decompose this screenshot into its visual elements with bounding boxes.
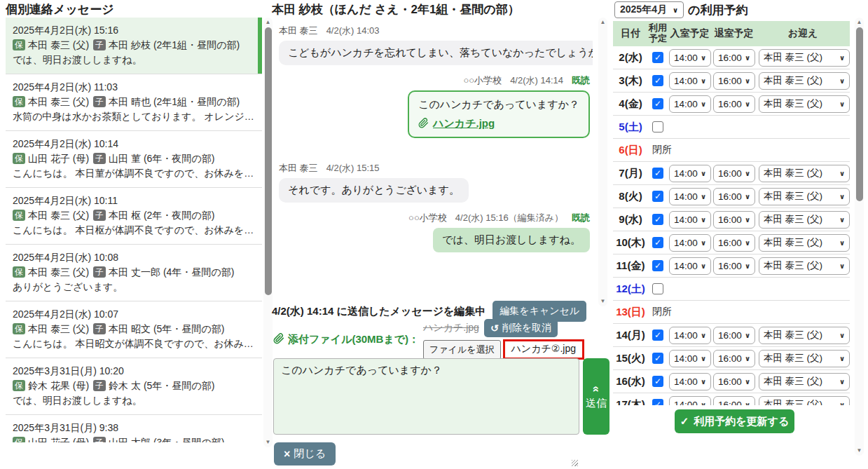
- pickup-select[interactable]: 本田 泰三 (父)∨: [759, 188, 850, 205]
- file-select-button[interactable]: ファイルを選択: [423, 340, 501, 360]
- check-icon: ✓: [654, 261, 661, 270]
- chevron-down-icon: ∨: [701, 378, 706, 386]
- scrollbar-thumb[interactable]: [856, 27, 863, 201]
- scroll-up-icon[interactable]: ▲: [598, 19, 607, 26]
- child-name: 山田 太郎 (3年・昼間の部): [109, 437, 224, 442]
- entry-time-select[interactable]: 14:00∨: [669, 234, 711, 252]
- reservation-row: 10(木) ✓ 14:00∨ 16:00∨ 本田 泰三 (父)∨: [613, 231, 850, 254]
- use-checkbox[interactable]: ✓: [652, 98, 663, 109]
- entry-time-select[interactable]: 14:00∨: [669, 211, 711, 229]
- table-header: 日付 利用予定 入室予定 退室予定 お迎え: [613, 21, 850, 46]
- scroll-down-icon[interactable]: ▼: [598, 298, 607, 305]
- chevron-down-icon: ∨: [673, 6, 678, 14]
- use-checkbox[interactable]: ✓: [652, 75, 663, 86]
- chat-bubble: では、明日お渡ししますね。: [433, 228, 590, 252]
- exit-time-select[interactable]: 16:00∨: [713, 49, 755, 67]
- use-checkbox[interactable]: ✓: [652, 168, 663, 179]
- use-checkbox[interactable]: [652, 121, 663, 132]
- pickup-select[interactable]: 本田 泰三 (父)∨: [759, 350, 850, 367]
- scroll-down-icon[interactable]: ▼: [855, 447, 864, 454]
- reservation-row: 9(水) ✓ 14:00∨ 16:00∨ 本田 泰三 (父)∨: [613, 208, 850, 231]
- chevron-down-icon: ∨: [701, 170, 706, 177]
- pickup-select[interactable]: 本田 泰三 (父)∨: [759, 373, 850, 390]
- entry-time-select[interactable]: 14:00∨: [669, 72, 711, 90]
- exit-time-select[interactable]: 16:00∨: [713, 165, 755, 182]
- exit-time-select[interactable]: 16:00∨: [713, 373, 755, 390]
- entry-time-select[interactable]: 14:00∨: [669, 257, 711, 275]
- pickup-select[interactable]: 本田 泰三 (父)∨: [759, 257, 850, 275]
- entry-time-select[interactable]: 14:00∨: [669, 396, 711, 406]
- list-item[interactable]: 2025年3月31日(月) 9:38 保山田 花子 (母)子山田 太郎 (3年・…: [6, 414, 262, 442]
- pickup-select[interactable]: 本田 泰三 (父)∨: [759, 165, 850, 182]
- list-item[interactable]: 2025年4月2日(水) 15:16 保本田 泰三 (父)子本田 紗枝 (2年1…: [6, 18, 262, 74]
- exit-time-select[interactable]: 16:00∨: [713, 327, 755, 344]
- row-date: 17(木): [613, 398, 648, 406]
- row-date: 16(水): [613, 375, 648, 388]
- exit-time-select[interactable]: 16:00∨: [713, 95, 755, 113]
- list-item[interactable]: 2025年4月2日(水) 10:14 保山田 花子 (母)子山田 菫 (6年・夜…: [6, 130, 262, 187]
- entry-time-select[interactable]: 14:00∨: [669, 95, 711, 113]
- use-checkbox[interactable]: ✓: [652, 52, 663, 63]
- exit-time-select[interactable]: 16:00∨: [713, 396, 755, 406]
- entry-time-select[interactable]: 14:00∨: [669, 165, 711, 182]
- message-textarea[interactable]: このハンカチであっていますか？: [273, 358, 579, 435]
- entry-time-select[interactable]: 14:00∨: [669, 188, 711, 205]
- pickup-select[interactable]: 本田 泰三 (父)∨: [759, 327, 850, 344]
- guardian-name: 鈴木 花果 (母): [28, 380, 89, 391]
- exit-time-select[interactable]: 16:00∨: [713, 350, 755, 367]
- pickup-select[interactable]: 本田 泰三 (父)∨: [759, 49, 850, 67]
- list-item[interactable]: 2025年3月31日(月) 10:20 保鈴木 花果 (母)子鈴木 太 (5年・…: [6, 358, 262, 414]
- use-checkbox[interactable]: ✓: [652, 214, 663, 225]
- entry-time-select[interactable]: 14:00∨: [669, 327, 711, 344]
- list-item[interactable]: 2025年4月2日(水) 10:07 保本田 泰三 (父)子本田 昭文 (5年・…: [6, 301, 262, 358]
- list-item[interactable]: 2025年4月2日(水) 11:03 保本田 泰三 (父)子本田 晴也 (2年1…: [6, 74, 262, 130]
- pickup-select[interactable]: 本田 泰三 (父)∨: [759, 211, 850, 229]
- exit-time-select[interactable]: 16:00∨: [713, 234, 755, 252]
- entry-time-select[interactable]: 14:00∨: [669, 49, 711, 67]
- use-checkbox[interactable]: ✓: [652, 191, 663, 202]
- list-item[interactable]: 2025年4月2日(水) 10:11 保本田 泰三 (父)子本田 枢 (2年・夜…: [6, 187, 262, 244]
- pickup-select[interactable]: 本田 泰三 (父)∨: [759, 72, 850, 90]
- exit-time-select[interactable]: 16:00∨: [713, 211, 755, 229]
- use-checkbox[interactable]: ✓: [652, 376, 663, 387]
- chat-time: 4/2(水) 15:15: [326, 163, 380, 173]
- month-select[interactable]: 2025年4月∨: [614, 1, 684, 18]
- row-date: 5(土): [613, 121, 648, 134]
- col-date: 日付: [613, 27, 648, 40]
- use-checkbox[interactable]: ✓: [652, 260, 663, 271]
- row-date: 2(水): [613, 51, 648, 64]
- update-reservations-button[interactable]: ✓利用予約を更新する: [675, 409, 794, 433]
- use-checkbox[interactable]: ✓: [652, 237, 663, 248]
- pickup-select[interactable]: 本田 泰三 (父)∨: [759, 95, 850, 113]
- entry-time-select[interactable]: 14:00∨: [669, 350, 711, 367]
- entry-time-select[interactable]: 14:00∨: [669, 373, 711, 390]
- scrollbar-thumb[interactable]: [265, 27, 272, 295]
- exit-time-select[interactable]: 16:00∨: [713, 257, 755, 275]
- reservation-scrollbar[interactable]: ▲ ▼: [855, 18, 864, 456]
- chevron-down-icon: ∨: [839, 170, 845, 177]
- message-preview: こんにちは。 本日枢が体調不良ですので、お休みを…: [13, 223, 255, 238]
- use-checkbox[interactable]: ✓: [652, 329, 663, 341]
- scroll-up-icon[interactable]: ▲: [855, 19, 864, 26]
- child-badge: 子: [93, 39, 106, 50]
- chat-scrollbar[interactable]: ▲ ▼: [598, 18, 607, 306]
- chevron-down-icon: ∨: [839, 193, 845, 200]
- exit-time-select[interactable]: 16:00∨: [713, 188, 755, 205]
- use-checkbox[interactable]: ✓: [652, 353, 663, 364]
- send-button[interactable]: « 送信: [583, 358, 609, 435]
- undo-delete-button[interactable]: ↺削除を取消: [484, 319, 558, 337]
- chevron-down-icon: ∨: [745, 170, 750, 177]
- child-name: 本田 紗枝 (2年1組・昼間の部): [109, 39, 240, 50]
- reservation-row: 17(木) ✓ 14:00∨ 16:00∨ 本田 泰三 (父)∨: [613, 393, 850, 405]
- attachment-link[interactable]: ハンカチ.jpg: [433, 117, 495, 130]
- pickup-select[interactable]: 本田 泰三 (父)∨: [759, 396, 850, 406]
- list-item[interactable]: 2025年4月2日(水) 10:08 保本田 泰三 (父)子本田 丈一郎 (4年…: [6, 244, 262, 301]
- pickup-select[interactable]: 本田 泰三 (父)∨: [759, 234, 850, 252]
- read-status: 既読: [572, 212, 590, 223]
- close-button[interactable]: ×閉じる: [274, 442, 336, 465]
- exit-time-select[interactable]: 16:00∨: [713, 72, 755, 90]
- message-preview: では、明日お渡ししますね。: [13, 393, 255, 408]
- use-checkbox[interactable]: [652, 283, 663, 294]
- child-badge: 子: [93, 96, 106, 107]
- use-checkbox[interactable]: ✓: [652, 399, 663, 405]
